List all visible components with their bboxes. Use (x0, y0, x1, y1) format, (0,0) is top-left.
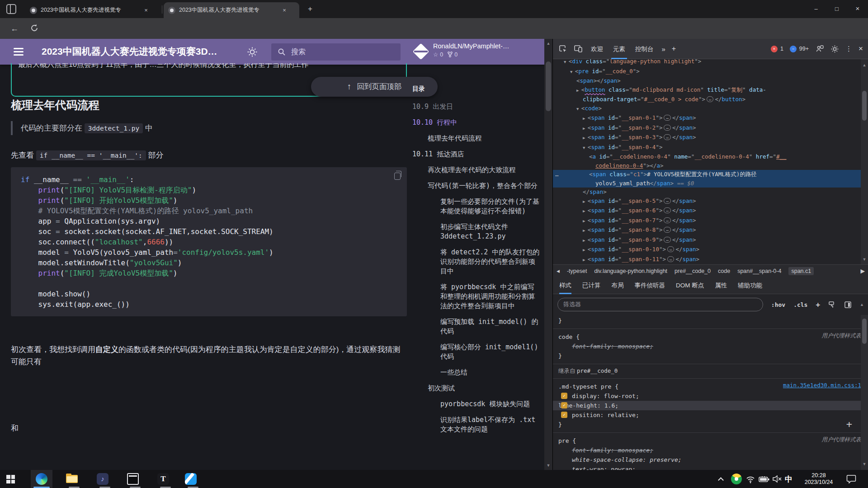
devtools-close-icon[interactable]: × (859, 44, 863, 53)
more-tabs-icon[interactable]: » (662, 45, 665, 53)
style-filter-input[interactable]: 筛选器 (557, 298, 763, 311)
new-tab-button[interactable]: + (305, 4, 316, 14)
add-property-icon[interactable]: + (846, 418, 852, 430)
scroll-up-icon[interactable]: ▲ (860, 302, 864, 307)
battery-icon[interactable] (759, 476, 769, 482)
dom-tree-row[interactable]: ▶ <span id="__span-0-10">…</span> (553, 245, 868, 255)
tab-styles[interactable]: 样式 (559, 277, 571, 294)
tab-event-listeners[interactable]: 事件侦听器 (635, 277, 665, 294)
new-rule-button[interactable]: + (816, 300, 820, 309)
taskbar-vscode-icon[interactable] (185, 473, 197, 485)
toc-item[interactable]: 识别结果label不保存为 .txt 文本文件的问题 (412, 415, 540, 434)
dom-tree-row[interactable]: </span> (553, 188, 868, 197)
tab-properties[interactable]: 属性 (715, 277, 727, 294)
toc-item[interactable]: 梳理去年代码流程 (412, 134, 540, 143)
page-scrollbar[interactable]: ▲ ▼ (544, 39, 552, 470)
inspect-icon[interactable] (558, 44, 567, 53)
toc-item[interactable]: 10.9 出发日 (412, 102, 540, 112)
toc-item[interactable]: 将 detect2.2 中的队友打包的识别功能部分的代码整合到新项目中 (412, 248, 540, 276)
dom-tree-row[interactable]: ▶ <button class="md-clipboard md-icon" t… (553, 85, 868, 95)
session-icon[interactable] (815, 44, 824, 53)
dom-tree-row[interactable]: ▶ <span id="__span-0-7">…</span> (553, 216, 868, 226)
device-toolbar-icon[interactable] (574, 44, 583, 53)
dom-tree-row[interactable]: clipboard-target="#__code_0 > code">…</b… (553, 95, 868, 104)
taskbar-window-app-icon[interactable] (127, 473, 139, 485)
breadcrumb-item[interactable]: -typeset (567, 268, 587, 274)
refresh-button[interactable] (30, 23, 39, 33)
crumb-left-icon[interactable]: ◀ (557, 269, 560, 273)
dom-tree-row[interactable]: ▶ <span id="__span-0-8">…</span> (553, 225, 868, 235)
back-button[interactable]: ← (8, 22, 21, 35)
css-rule-pre[interactable]: 用户代理样式表 pre { font-family: monospace; wh… (553, 432, 868, 470)
toc-item[interactable]: 10.11 抵达酒店 (412, 150, 540, 159)
devtools-dom-scrollbar[interactable]: ▲ ▼ (861, 59, 868, 264)
dom-tree-row[interactable]: ▼ <pre id="__code_0"> (553, 67, 868, 77)
minimize-button[interactable]: – (806, 0, 826, 18)
breadcrumb-item-current[interactable]: span.c1 (788, 267, 814, 275)
start-button[interactable] (6, 475, 15, 483)
dom-tree-row[interactable]: ▶ <span id="__span-0-3">…</span> (553, 133, 868, 143)
dom-tree-row[interactable]: …<span class="c1"># YOLOV5模型配置文件(YAML格式)… (553, 170, 868, 179)
taskbar-edge-icon[interactable] (36, 473, 47, 485)
menu-hamburger-icon[interactable] (14, 48, 24, 56)
dom-tree-row[interactable]: ▼ <div class="language-python highlight"… (553, 59, 868, 67)
dom-tree-row[interactable]: ▶ <span id="__span-0-9">…</span> (553, 235, 868, 245)
toc-item[interactable]: 再次梳理去年代码的大致流程 (412, 165, 540, 175)
scrollbar-thumb[interactable] (546, 61, 551, 111)
workspaces-icon[interactable] (6, 4, 16, 14)
notification-center-icon[interactable] (846, 474, 856, 483)
tray-360-icon[interactable] (731, 474, 742, 484)
devtools-tab-console[interactable]: 控制台 (633, 39, 656, 59)
toc-item[interactable]: 复制一些必要部分的文件(为了基本能使得能够运行不会报错) (412, 197, 540, 216)
browser-tab-2[interactable]: 2023中国机器人大赛先进视觉专 × (164, 2, 299, 18)
checkbox-checked[interactable]: ✓ (561, 412, 567, 418)
add-tab-icon[interactable]: + (672, 45, 676, 53)
toc-item[interactable]: 一些总结 (412, 368, 540, 377)
devtools-tab-welcome[interactable]: 欢迎 (589, 39, 605, 59)
devtools-tab-elements[interactable]: 元素 (611, 39, 627, 59)
dom-tree-row[interactable]: ▶ <span id="__span-0-6">…</span> (553, 206, 868, 216)
copy-icon[interactable] (394, 173, 401, 180)
open-panel-icon[interactable] (844, 301, 852, 309)
gear-icon[interactable] (830, 45, 839, 53)
tab-dom-breakpoints[interactable]: DOM 断点 (676, 277, 704, 294)
close-button[interactable]: × (847, 0, 868, 17)
error-badge[interactable]: × (771, 46, 778, 52)
tab-computed[interactable]: 已计算 (582, 277, 601, 294)
dom-tree[interactable]: ▼ <div class="language-python highlight"… (553, 59, 868, 264)
tab-layout[interactable]: 布局 (612, 277, 624, 294)
class-toggle[interactable]: .cls (793, 301, 807, 308)
css-rule-md-typeset-pre[interactable]: main.35e1ed30.min.css:1 .md-typeset pre … (553, 378, 868, 432)
breadcrumb-item[interactable]: div.language-python.highlight (594, 268, 667, 274)
dom-tree-row[interactable]: ▶ <span id="__span-0-11">…</span> (553, 255, 868, 265)
repo-link[interactable]: RonaldLN/MyPamphlet-… ☆0 0 (415, 42, 509, 58)
browser-tab-1[interactable]: 2023中国机器人大赛先进视觉专 × (25, 2, 161, 18)
hover-toggle[interactable]: :hov (771, 301, 785, 308)
toc-item[interactable]: pyorbbecsdk 模块缺失问题 (412, 399, 540, 409)
toc-item[interactable]: 写代码(第一轮比赛)，整合各个部分 (412, 181, 540, 191)
dom-tree-row[interactable]: ▶ <span id="__span-0-5">…</span> (553, 197, 868, 206)
maximize-button[interactable]: □ (826, 0, 847, 18)
devtools-menu-icon[interactable]: ⋮ (845, 45, 852, 53)
taskbar-typora-icon[interactable]: T (157, 473, 169, 485)
theme-toggle-icon[interactable] (247, 47, 258, 57)
taskbar-clock[interactable]: 20:28 2023/10/24 (797, 472, 841, 486)
toc-item[interactable]: 初步编写主体代码文件 3ddetect_1.23.py (412, 222, 540, 241)
toc-item[interactable]: 编写预加载 init_model() 的代码 (412, 317, 540, 336)
volume-muted-icon[interactable] (772, 475, 782, 483)
tab-accessibility[interactable]: 辅助功能 (738, 277, 762, 294)
breadcrumb-item[interactable]: pre#__code_0 (675, 268, 711, 274)
css-rule-code[interactable]: 用户代理样式表 code { font-family: monospace; } (553, 328, 868, 364)
ime-indicator[interactable]: 中 (785, 474, 793, 484)
tray-chevron-icon[interactable] (719, 470, 723, 488)
toc-item[interactable]: 编写核心部分 init_model1() 代码 (412, 343, 540, 361)
dom-tree-row[interactable]: ▼ <code> (553, 104, 868, 114)
dom-tree-row[interactable]: ▶ <span id="__span-0-2">…</span> (553, 123, 868, 133)
toc-item[interactable]: 初次测试 (412, 384, 540, 393)
dom-tree-row[interactable]: codelineno-0-4"></a> (553, 161, 868, 170)
taskbar-app-icon[interactable]: ♪ (97, 473, 108, 485)
tab-close-icon[interactable]: × (280, 6, 288, 14)
wifi-icon[interactable] (746, 475, 755, 483)
tab-close-icon[interactable]: × (142, 6, 150, 14)
breadcrumb-item[interactable]: span#__span-0-4 (737, 268, 781, 274)
